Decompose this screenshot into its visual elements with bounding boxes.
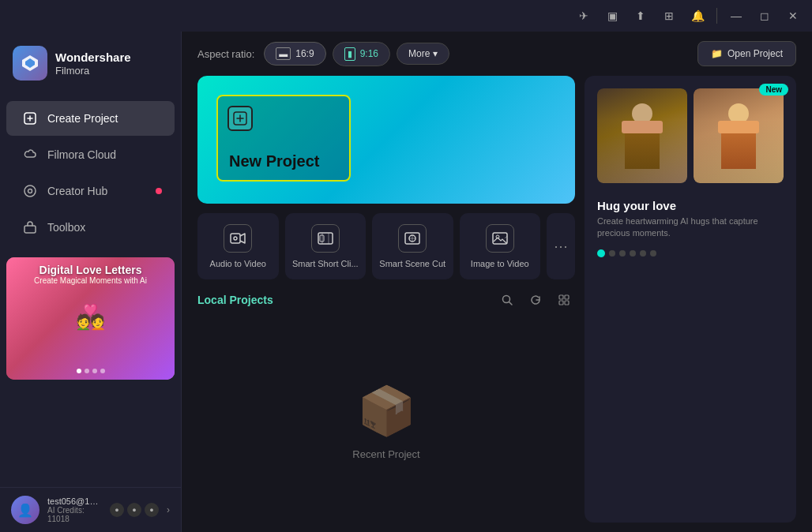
new-project-button[interactable]: New Project (216, 95, 351, 182)
new-project-label: New Project (229, 152, 319, 170)
quick-tools: Audio to Video Smart Short Cli... (197, 213, 575, 279)
aspect-ratio-label: Aspect ratio: (197, 48, 254, 60)
tool-more-icon: ⋯ (554, 238, 568, 255)
title-bar: ✈ ▣ ⬆ ⊞ 🔔 — ◻ ✕ (0, 0, 812, 32)
sidebar-item-label: Creator Hub (47, 185, 107, 197)
maximize-button[interactable]: ◻ (752, 3, 777, 28)
svg-rect-15 (565, 295, 569, 299)
empty-project-label: Recent Project (352, 448, 419, 460)
promo-title: Digital Love Letters (6, 264, 175, 276)
dot-3[interactable] (619, 250, 626, 257)
tool-audio-to-video[interactable]: Audio to Video (197, 213, 279, 279)
social-btn-3[interactable]: ● (145, 503, 159, 517)
dot-4[interactable] (630, 250, 636, 257)
smart-short-clip-icon (311, 224, 340, 253)
dot-6[interactable] (650, 250, 656, 257)
notification-dot (156, 188, 162, 194)
toolbox-icon (22, 219, 38, 235)
user-info: test056@163.com AI Credits: 11018 (47, 496, 102, 523)
open-folder-icon: 📁 (711, 48, 723, 59)
user-section: 👤 test056@163.com AI Credits: 11018 ● ● … (0, 487, 181, 532)
svg-rect-5 (231, 234, 240, 243)
tool-smart-short-clip[interactable]: Smart Short Cli... (285, 213, 367, 279)
svg-rect-3 (24, 226, 36, 233)
featured-card[interactable]: New (585, 76, 796, 523)
empty-projects: 📦 Recent Project (197, 320, 575, 523)
sidebar-item-toolbox[interactable]: Toolbox (6, 210, 175, 245)
right-panel: New (585, 76, 796, 523)
aspect-16-9-label: 16:9 (295, 48, 314, 59)
sidebar-item-label: Create Project (47, 112, 118, 125)
social-btn-2[interactable]: ● (127, 503, 141, 517)
promo-banner[interactable]: 💑 Digital Love Letters Create Magical Mo… (6, 257, 175, 380)
section-actions (496, 289, 575, 311)
dot-5[interactable] (640, 250, 646, 257)
open-project-button[interactable]: 📁 Open Project (697, 41, 796, 66)
tool-more-button[interactable]: ⋯ (547, 213, 575, 279)
svg-rect-17 (565, 301, 569, 305)
search-button[interactable] (496, 289, 518, 311)
empty-project-icon: 📦 (357, 383, 416, 439)
featured-title: Hug your love (597, 199, 784, 212)
section-header: Local Projects (197, 289, 575, 311)
user-email: test056@163.com (47, 496, 102, 506)
create-project-icon (22, 111, 38, 126)
featured-info: Hug your love Create heartwarming AI hug… (585, 196, 796, 249)
logo-icon (13, 46, 47, 81)
sidebar-nav: Create Project Filmora Cloud Creator (0, 95, 181, 251)
monitor-icon[interactable]: ▣ (600, 3, 625, 28)
cloud-upload-icon[interactable]: ⬆ (628, 3, 653, 28)
more-chevron-icon: ▾ (433, 48, 438, 59)
new-project-hero: New Project (197, 76, 575, 204)
aspect-9-16-label: 9:16 (360, 48, 378, 59)
cloud-icon (22, 147, 38, 163)
grid-view-button[interactable] (553, 289, 575, 311)
grid-icon[interactable]: ⊞ (656, 3, 682, 28)
sidebar-item-creator-hub[interactable]: Creator Hub (6, 174, 175, 208)
svg-point-1 (24, 185, 36, 197)
main-content: Aspect ratio: ▬ 16:9 ▮ 9:16 More ▾ 📁 Ope… (182, 32, 812, 532)
svg-point-2 (28, 189, 32, 193)
left-area: New Project Audio to Video (197, 76, 575, 523)
aspect-16-9-button[interactable]: ▬ 16:9 (264, 42, 325, 66)
user-credits: AI Credits: 11018 (47, 506, 102, 523)
dot-1[interactable] (597, 249, 605, 257)
dot-2[interactable] (609, 250, 615, 257)
svg-point-6 (234, 237, 237, 240)
content-area: New Project Audio to Video (182, 76, 812, 532)
new-project-plus-icon (227, 106, 253, 131)
featured-image-2 (694, 88, 784, 183)
local-projects-section: Local Projects (197, 289, 575, 523)
bell-icon[interactable]: 🔔 (685, 3, 710, 28)
sidebar-item-label: Toolbox (47, 221, 85, 234)
new-badge: New (759, 84, 788, 96)
sidebar-item-filmora-cloud[interactable]: Filmora Cloud (6, 137, 175, 172)
more-button[interactable]: More ▾ (397, 43, 449, 65)
featured-image-1 (597, 88, 687, 183)
send-icon[interactable]: ✈ (571, 3, 596, 28)
local-projects-title: Local Projects (197, 294, 273, 306)
sidebar-item-label: Filmora Cloud (47, 148, 116, 161)
toolbar: Aspect ratio: ▬ 16:9 ▮ 9:16 More ▾ 📁 Ope… (182, 32, 812, 76)
open-project-label: Open Project (727, 48, 783, 59)
logo-name: Wondershare (55, 51, 131, 65)
tool-label: Image to Video (466, 259, 535, 268)
aspect-9-16-button[interactable]: ▮ 9:16 (333, 42, 390, 66)
user-avatar: 👤 (11, 496, 39, 524)
close-button[interactable]: ✕ (780, 3, 806, 28)
sidebar: Wondershare Filmora Create Project (0, 32, 182, 532)
logo-subtitle: Filmora (55, 65, 131, 77)
social-btn-1[interactable]: ● (110, 503, 124, 517)
divider (716, 8, 717, 24)
user-expand-arrow[interactable]: › (167, 504, 170, 515)
logo-text: Wondershare Filmora (55, 51, 131, 77)
tool-label: Smart Short Cli... (291, 259, 360, 268)
sidebar-item-create-project[interactable]: Create Project (6, 101, 175, 136)
minimize-button[interactable]: — (724, 3, 749, 28)
smart-scene-cut-icon (398, 224, 427, 253)
tool-smart-scene-cut[interactable]: Smart Scene Cut (372, 213, 453, 279)
aspect-9-16-icon: ▮ (344, 47, 355, 61)
refresh-button[interactable] (524, 289, 547, 311)
tool-image-to-video[interactable]: Image to Video (460, 213, 541, 279)
promo-subtitle: Create Magical Moments with Ai (6, 276, 175, 285)
